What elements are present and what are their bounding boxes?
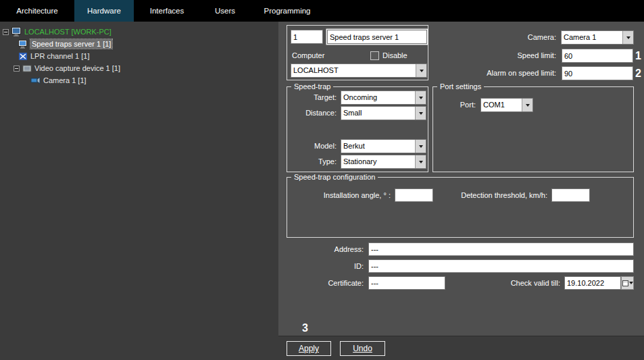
target-label: Target: [287, 91, 339, 105]
application-window: Architecture Hardware Interfaces Users P… [0, 0, 644, 360]
tree-item-localhost[interactable]: LOCALHOST [WORK-PC] [3, 26, 112, 37]
chevron-down-icon [629, 282, 633, 284]
address-label: Address: [292, 242, 366, 257]
speed-trap-configuration-groupbox: Speed-trap configuration Installation an… [287, 177, 634, 238]
disable-label: Disable [382, 49, 407, 63]
chevron-down-icon [415, 91, 426, 104]
installation-angle-label: Installation angle, ° : [287, 188, 393, 203]
target-combo-value: Oncoming [341, 91, 415, 104]
collapse-icon[interactable] [3, 29, 9, 35]
undo-button[interactable]: Undo [340, 341, 385, 356]
type-label: Type: [287, 155, 339, 169]
lpr-channel-icon [18, 52, 28, 61]
object-name-field[interactable] [327, 30, 427, 44]
computer-label: Computer [292, 49, 324, 63]
speed-limit-label: Speed limit: [481, 49, 558, 63]
port-label: Port: [433, 98, 478, 112]
computer-combo[interactable]: LOCALHOST [291, 63, 427, 78]
distance-combo-value: Small [341, 107, 415, 120]
tree-item-speed-traps-server[interactable]: Speed traps server 1 [1] [18, 38, 112, 49]
detection-threshold-field[interactable] [551, 188, 590, 202]
capture-board-icon [22, 64, 32, 73]
settings-panel: Computer Disable LOCALHOST Camera: Camer… [278, 22, 644, 360]
chevron-down-icon [416, 64, 426, 77]
computer-icon [11, 27, 22, 36]
model-label: Model: [287, 139, 339, 153]
identity-groupbox: Computer Disable LOCALHOST [287, 25, 428, 80]
tree-item-video-capture-device[interactable]: Video capture device 1 [1] [14, 63, 120, 74]
tab-programming[interactable]: Programming [250, 0, 324, 22]
tree-item-label: LPR channel 1 [1] [30, 51, 89, 61]
alarm-speed-field[interactable] [562, 66, 633, 80]
camera-icon [30, 76, 41, 84]
chevron-down-icon [522, 99, 532, 111]
tree-item-lpr-channel[interactable]: LPR channel 1 [1] [18, 51, 89, 61]
tree-item-camera[interactable]: Camera 1 [1] [30, 75, 86, 86]
detection-threshold-label: Detection threshold, km/h: [443, 188, 549, 203]
chevron-down-icon [415, 140, 426, 153]
check-valid-till-label: Check valid till: [468, 276, 562, 290]
type-combo[interactable]: Stationary [341, 155, 426, 169]
address-field[interactable] [368, 242, 634, 256]
distance-label: Distance: [287, 106, 339, 120]
date-picker-button[interactable] [621, 276, 634, 290]
model-combo-value: Berkut [341, 140, 415, 153]
model-combo[interactable]: Berkut [341, 139, 426, 153]
button-strip: Apply Undo [278, 336, 644, 360]
server-display-icon [18, 40, 28, 49]
top-menu-bar: Architecture Hardware Interfaces Users P… [0, 0, 644, 22]
distance-combo[interactable]: Small [341, 106, 426, 120]
tab-interfaces[interactable]: Interfaces [134, 0, 200, 22]
collapse-icon[interactable] [14, 66, 20, 72]
chevron-down-icon [415, 107, 426, 120]
id-label: ID: [292, 259, 366, 274]
tree-item-label: Video capture device 1 [1] [34, 63, 120, 73]
disable-checkbox[interactable] [370, 51, 379, 60]
chevron-down-icon [622, 31, 633, 44]
calendar-icon [622, 280, 628, 286]
tab-hardware[interactable]: Hardware [74, 0, 134, 22]
port-settings-groupbox: Port settings Port: COM1 [432, 86, 634, 172]
id-field[interactable] [368, 259, 634, 273]
certificate-field[interactable] [368, 276, 445, 290]
tree-item-label: LOCALHOST [WORK-PC] [24, 27, 112, 36]
tree-item-label: Speed traps server 1 [1] [30, 39, 112, 49]
tree-item-label: Camera 1 [1] [43, 76, 86, 85]
camera-combo[interactable]: Camera 1 [561, 30, 634, 45]
camera-label: Camera: [481, 30, 558, 45]
port-settings-group-title: Port settings [437, 82, 484, 91]
certificate-label: Certificate: [292, 276, 366, 290]
annotation-3: 3 [302, 322, 308, 335]
tab-users[interactable]: Users [200, 0, 250, 22]
speed-limit-field[interactable] [562, 49, 633, 63]
type-combo-value: Stationary [341, 155, 415, 168]
port-combo-value: COM1 [481, 99, 522, 111]
target-combo[interactable]: Oncoming [341, 91, 426, 105]
chevron-down-icon [415, 155, 426, 168]
device-tree-panel: LOCALHOST [WORK-PC] Speed traps server 1… [0, 22, 278, 360]
port-combo[interactable]: COM1 [480, 98, 533, 112]
object-id-field[interactable] [291, 30, 323, 44]
camera-combo-value: Camera 1 [562, 31, 622, 44]
apply-button[interactable]: Apply [287, 341, 331, 356]
installation-angle-field[interactable] [395, 188, 433, 202]
speed-trap-groupbox: Speed-trap Target: Oncoming Distance: Sm… [287, 86, 428, 172]
alarm-speed-label: Alarm on speed limit: [481, 66, 558, 80]
check-valid-till-field[interactable] [564, 276, 621, 290]
speed-trap-configuration-group-title: Speed-trap configuration [291, 173, 378, 182]
annotation-2: 2 [635, 67, 641, 80]
tab-architecture[interactable]: Architecture [0, 0, 74, 22]
computer-combo-value: LOCALHOST [291, 64, 416, 77]
annotation-1: 1 [635, 49, 641, 63]
